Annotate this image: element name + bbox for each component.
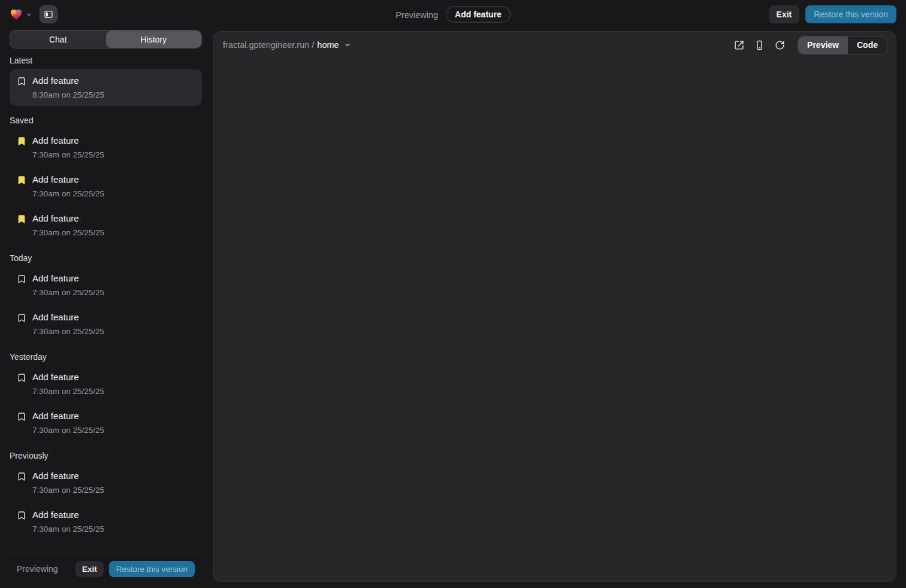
logo-chevron-down-icon <box>26 11 32 18</box>
section-title: Previously <box>10 450 202 462</box>
history-item-timestamp: 7:30am on 25/25/25 <box>32 327 104 337</box>
history-item-timestamp: 7:30am on 25/25/25 <box>32 189 104 199</box>
refresh-button[interactable] <box>771 37 788 53</box>
mobile-view-button[interactable] <box>751 37 768 53</box>
footer-restore-version-button[interactable]: Restore this version <box>109 561 195 578</box>
app-logo-menu[interactable] <box>10 8 32 21</box>
sidebar-tab-group: Chat History <box>10 30 202 49</box>
footer-exit-button[interactable]: Exit <box>76 561 104 578</box>
bookmark-filled-icon <box>17 214 26 224</box>
exit-button[interactable]: Exit <box>769 5 800 23</box>
restore-version-button[interactable]: Restore this version <box>805 5 896 23</box>
history-item-timestamp: 7:30am on 25/25/25 <box>32 426 104 435</box>
history-item[interactable]: Add feature 7:30am on 25/25/25 <box>10 266 202 304</box>
preview-url-page: home <box>317 40 339 50</box>
sidebar-footer: Previewing Exit Restore this version <box>10 553 202 580</box>
url-chevron-down-icon <box>344 41 351 49</box>
refresh-icon <box>775 40 785 50</box>
history-item-timestamp: 7:30am on 25/25/25 <box>32 228 104 238</box>
history-item[interactable]: Add feature 7:30am on 25/25/25 <box>10 404 202 441</box>
bookmark-icon <box>17 274 26 284</box>
section-latest: Latest Add feature 8:30am on 25/25/25 <box>10 54 202 106</box>
bookmark-icon <box>17 313 26 323</box>
tab-history[interactable]: History <box>106 31 202 48</box>
section-yesterday: Yesterday Add feature 7:30am on 25/25/25… <box>10 351 202 441</box>
history-item-title: Add feature <box>32 470 104 481</box>
section-today: Today Add feature 7:30am on 25/25/25 Add… <box>10 252 202 343</box>
bookmark-filled-icon <box>17 175 26 185</box>
history-item[interactable]: Add feature 7:30am on 25/25/25 <box>10 129 202 166</box>
bookmark-icon <box>17 373 26 383</box>
history-item[interactable]: Add feature 7:30am on 25/25/25 <box>10 365 202 402</box>
external-link-icon <box>734 40 744 50</box>
top-bar: Previewing Add feature Exit Restore this… <box>0 0 906 29</box>
bookmark-icon <box>17 511 26 520</box>
history-item-timestamp: 7:30am on 25/25/25 <box>32 387 104 396</box>
tab-chat[interactable]: Chat <box>10 31 106 48</box>
history-item-timestamp: 8:30am on 25/25/25 <box>32 90 104 100</box>
history-item-title: Add feature <box>32 135 104 146</box>
section-previously: Previously Add feature 7:30am on 25/25/2… <box>10 450 202 540</box>
bookmark-icon <box>17 412 26 422</box>
history-item-title: Add feature <box>32 75 104 86</box>
section-title: Latest <box>10 54 202 66</box>
toggle-code[interactable]: Code <box>848 37 887 54</box>
history-sidebar: Chat History Latest Add feature 8:30am o… <box>10 30 202 580</box>
bookmark-icon <box>17 77 26 86</box>
history-item[interactable]: Add feature 7:30am on 25/25/25 <box>10 464 202 501</box>
preview-url-dropdown[interactable]: fractal.gptengineer.run / home <box>223 40 351 50</box>
history-item-title: Add feature <box>32 213 104 224</box>
history-item[interactable]: Add feature 7:30am on 25/25/25 <box>10 305 202 343</box>
preview-url-domain: fractal.gptengineer.run / <box>223 40 314 50</box>
history-item-title: Add feature <box>32 371 104 383</box>
history-item[interactable]: Add feature 7:30am on 25/25/25 <box>10 503 202 540</box>
history-item[interactable]: Add feature 7:30am on 25/25/25 <box>10 207 202 244</box>
history-item-timestamp: 7:30am on 25/25/25 <box>32 486 104 495</box>
history-item[interactable]: Add feature 7:30am on 25/25/25 <box>10 168 202 205</box>
history-item-timestamp: 7:30am on 25/25/25 <box>32 150 104 160</box>
history-item-title: Add feature <box>32 509 104 520</box>
version-name-pill: Add feature <box>446 7 511 23</box>
preview-panel-header: fractal.gptengineer.run / home <box>213 32 896 58</box>
toggle-preview[interactable]: Preview <box>798 37 848 54</box>
preview-iframe-area <box>213 58 896 581</box>
history-item-title: Add feature <box>32 410 104 422</box>
history-item[interactable]: Add feature 8:30am on 25/25/25 <box>10 69 202 106</box>
previewing-label: Previewing <box>395 10 438 19</box>
history-item-timestamp: 7:30am on 25/25/25 <box>32 525 104 534</box>
history-item-title: Add feature <box>32 174 104 185</box>
history-list[interactable]: Latest Add feature 8:30am on 25/25/25 Sa… <box>10 49 202 553</box>
section-saved: Saved Add feature 7:30am on 25/25/25 Add… <box>10 114 202 244</box>
history-item-title: Add feature <box>32 311 104 323</box>
bookmark-filled-icon <box>17 137 26 146</box>
history-item-title: Add feature <box>32 272 104 284</box>
sidebar-toggle-button[interactable] <box>40 5 58 23</box>
preview-panel: fractal.gptengineer.run / home <box>213 31 896 582</box>
preview-status-group: Previewing Add feature <box>395 7 511 23</box>
history-item-timestamp: 7:30am on 25/25/25 <box>32 288 104 298</box>
footer-previewing-label: Previewing <box>17 564 58 574</box>
open-in-new-tab-button[interactable] <box>730 37 747 53</box>
section-title: Saved <box>10 114 202 126</box>
bookmark-icon <box>17 472 26 481</box>
section-title: Today <box>10 252 202 264</box>
heart-logo-icon <box>10 8 23 21</box>
view-mode-toggle: Preview Code <box>798 36 887 54</box>
smartphone-icon <box>754 40 765 50</box>
section-title: Yesterday <box>10 351 202 363</box>
panel-left-icon <box>44 10 53 19</box>
